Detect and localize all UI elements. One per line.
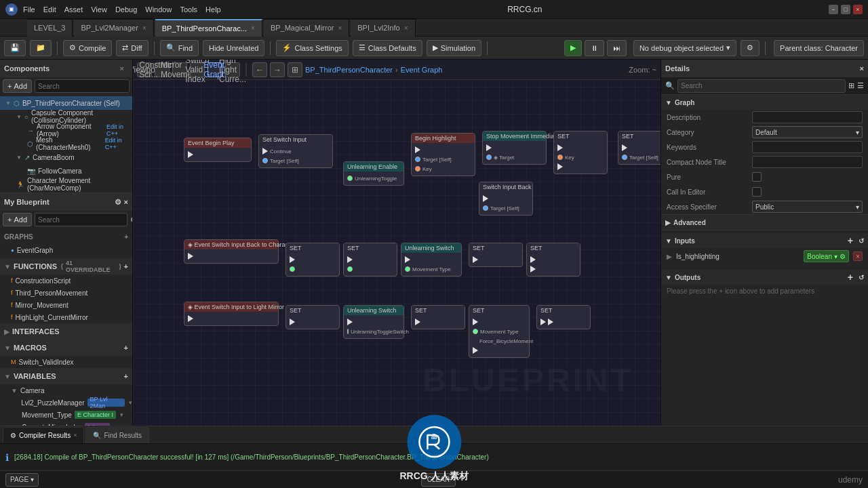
simulation-button[interactable]: ▶ Simulation — [427, 40, 481, 56]
tree-item-capsule[interactable]: ▼ ○ Capsule Component (CollisionCylinder… — [0, 110, 132, 123]
category-dropdown[interactable]: Default ▾ — [752, 126, 863, 138]
page-selector[interactable]: PAGE ▾ — [5, 473, 39, 487]
func-mirror[interactable]: f Mirror_Movement — [0, 299, 132, 311]
variables-section-header[interactable]: ▼ VARIABLES + — [0, 368, 132, 384]
add-blueprint-button[interactable]: + Add — [3, 213, 32, 226]
tree-item-charmove[interactable]: 🏃 Character Movement (CharMoveComp) — [0, 178, 132, 191]
details-list-toggle[interactable]: ☰ — [857, 81, 864, 90]
class-defaults-button[interactable]: ☰ Class Defaults — [353, 40, 422, 56]
menu-tools[interactable]: Tools — [180, 5, 197, 14]
event-graph-item[interactable]: ● EventGraph — [0, 243, 132, 257]
var-movement-type[interactable]: Movement_Type E Character I ▾ — [0, 409, 132, 421]
parent-class-button[interactable]: Parent class: Character — [774, 40, 864, 56]
compact-node-title-value[interactable] — [752, 156, 863, 168]
advanced-section-header[interactable]: ▶ Advanced — [661, 215, 868, 230]
interfaces-section-header[interactable]: ▶ INTERFACES — [0, 323, 132, 340]
menu-window[interactable]: Window — [145, 5, 172, 14]
functions-section-header[interactable]: ▼ FUNCTIONS ( 41 OVERRIDABLE ) + — [0, 258, 132, 274]
tree-item-arrow[interactable]: → Arrow Component (Arrow) Edit in C++ — [0, 123, 132, 137]
menu-view[interactable]: View — [91, 5, 107, 14]
details-search-input[interactable] — [677, 79, 846, 93]
tab-thirdperson[interactable]: BP_ThirdPersonCharac... × — [155, 19, 262, 37]
inputs-section-header[interactable]: ▼ Inputs + ↺ — [661, 233, 868, 248]
tab-level3[interactable]: LEVEL_3 — [27, 19, 73, 37]
param-expand-arrow[interactable]: ▶ — [667, 253, 672, 260]
func-highlight[interactable]: f HighLight_CurrentMirror — [0, 311, 132, 323]
tree-item-followcamera[interactable]: 📷 FollowCamera — [0, 164, 132, 178]
node-set9[interactable]: SET — [536, 305, 591, 329]
node-toggle[interactable]: Unlearning Enable UnlearningToggle — [343, 161, 404, 186]
node-highlight-begin[interactable]: Begin Highlight Target [Self] Key — [411, 133, 475, 176]
window-controls[interactable]: − □ × — [829, 5, 863, 14]
node-event-begin[interactable]: Event Begin Play — [184, 138, 252, 162]
node-set6[interactable]: SET — [285, 305, 340, 329]
find-button[interactable]: 🔍 Find — [160, 40, 199, 56]
outputs-refresh-icon[interactable]: ↺ — [859, 274, 864, 281]
call-in-editor-checkbox[interactable] — [752, 187, 762, 197]
class-settings-button[interactable]: ⚡ Class Settings — [276, 40, 348, 56]
variables-add-icon[interactable]: + — [124, 372, 128, 380]
pure-checkbox[interactable] — [752, 172, 762, 182]
node-event-switch-input[interactable]: ◈ Event Switch Input Back to Character — [184, 239, 279, 264]
var-lvl2manager[interactable]: Lvl2_PuzzleManager BP Lvl 2Man ▾ — [0, 396, 132, 409]
maximize-button[interactable]: □ — [841, 5, 850, 14]
details-view-toggle[interactable]: ⊞ — [848, 81, 854, 90]
macro-switch-valid[interactable]: M Switch_ValidIndex — [0, 356, 132, 368]
arrow-edit-link[interactable]: Edit in C++ — [106, 123, 132, 137]
graph-section-header[interactable]: ▼ Graph — [661, 95, 868, 110]
tab-bpi-lvl2info[interactable]: BPI_Lvl2Info × — [351, 19, 415, 37]
node-set2[interactable]: SET — [285, 243, 340, 277]
node-set5[interactable]: SET — [526, 243, 580, 277]
debug-object-selector[interactable]: No debug object selected ▾ — [633, 40, 736, 56]
node-set8[interactable]: SET Movement Type Force_BicycleMoment — [469, 305, 530, 358]
bp-path-root[interactable]: BP_ThirdPersonCharacter — [305, 66, 393, 74]
compiler-results-tab[interactable]: ⚙ Compiler Results × — [3, 427, 84, 443]
add-component-button[interactable]: + Add — [3, 79, 32, 93]
bp-settings-icon[interactable]: ⚙ — [115, 198, 121, 207]
save-button[interactable]: 💾 — [4, 40, 26, 56]
tab-lvl2manager-close[interactable]: × — [142, 24, 146, 32]
tab-magical-mirror-close[interactable]: × — [338, 24, 342, 32]
clear-button[interactable]: CLEAR — [421, 473, 456, 487]
var-mirror-index[interactable]: Current_MirrorIndex Integer — [0, 421, 132, 426]
close-button[interactable]: × — [853, 5, 863, 14]
compiler-results-close[interactable]: × — [73, 432, 77, 439]
param-type-dropdown[interactable]: Boolean ▾ ⚙ — [804, 250, 849, 262]
inputs-add-icon[interactable]: + — [848, 235, 853, 246]
param-remove-button[interactable]: × — [853, 251, 863, 261]
tree-item-mesh[interactable]: ⬡ Mesh (CharacterMesh0) Edit in C++ — [0, 137, 132, 150]
node-set-switch[interactable]: Set Switch Input Continue Target [Self] — [258, 134, 333, 168]
play-button[interactable]: ▶ — [564, 40, 582, 56]
keywords-value[interactable] — [752, 141, 863, 153]
functions-add-icon[interactable]: + — [124, 262, 128, 270]
node-set3[interactable]: SET — [343, 243, 397, 277]
nav-forward[interactable]: → — [270, 62, 285, 77]
node-switch-back[interactable]: Switch Input Back Target [Self] — [479, 182, 533, 216]
tab-thirdperson-close[interactable]: × — [251, 24, 255, 32]
inputs-refresh-icon[interactable]: ↺ — [859, 237, 864, 245]
func-third-person[interactable]: f Third_PersonMovement — [0, 287, 132, 299]
blueprint-search-input[interactable] — [35, 213, 127, 226]
components-close-icon[interactable]: × — [116, 60, 128, 77]
find-results-tab[interactable]: 🔍 Find Results — [85, 427, 149, 443]
menu-help[interactable]: Help — [205, 5, 221, 14]
tab-bpi-lvl2info-close[interactable]: × — [404, 24, 408, 32]
menu-asset[interactable]: Asset — [64, 5, 83, 14]
blueprint-canvas[interactable]: Viewport Construction Scr... Mirror Move… — [133, 60, 660, 426]
menu-edit[interactable]: Edit — [43, 5, 56, 14]
node-set-valid-index[interactable]: SET Key — [553, 131, 608, 174]
macros-add-icon[interactable]: + — [124, 344, 128, 352]
access-specifier-dropdown[interactable]: Public ▾ — [752, 201, 863, 213]
step-button[interactable]: ⏭ — [607, 40, 627, 56]
menu-debug[interactable]: Debug — [115, 5, 137, 14]
tab-magical-mirror[interactable]: BP_Magical_Mirror × — [264, 19, 349, 37]
tree-item-self[interactable]: ▼ ⬡ BP_ThirdPersonCharacter (Self) — [0, 96, 132, 110]
node-unlearning-switch[interactable]: Unlearning Switch Movement Type — [401, 243, 462, 277]
macros-section-header[interactable]: ▼ MACROS + — [0, 340, 132, 356]
node-event-light-off[interactable]: ◈ Event Switch Input to Light Mirror — [184, 302, 279, 326]
browse-button[interactable]: 📁 — [30, 40, 52, 56]
outputs-add-icon[interactable]: + — [848, 272, 853, 283]
switch-valid-tab[interactable]: Switch Valid Index — [190, 62, 205, 77]
var-camera[interactable]: ▼ Camera — [0, 384, 132, 396]
graphs-add-icon[interactable]: + — [124, 233, 128, 241]
